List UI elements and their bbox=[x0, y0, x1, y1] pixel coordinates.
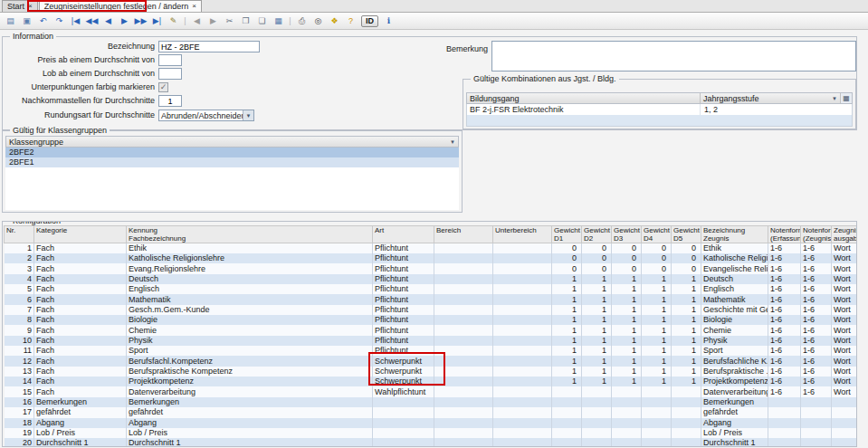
cell-nr[interactable]: 12 bbox=[5, 356, 34, 366]
bildungsgang-column-header[interactable]: Bildungsgang bbox=[467, 93, 701, 103]
cell-gewicht-d4[interactable]: 0 bbox=[642, 263, 672, 273]
table-row[interactable]: 7 Fach Gesch.m.Gem.-Kunde Pflichtunt 1 1… bbox=[5, 305, 857, 315]
forward-icon[interactable]: ▶ bbox=[205, 14, 221, 28]
table-row[interactable]: 20 Durchschnitt 1 Durchschnitt 1 Durchsc… bbox=[5, 438, 857, 446]
column-header[interactable]: Art bbox=[373, 226, 434, 243]
cell-art[interactable]: Pflichtunt bbox=[373, 325, 434, 335]
column-header[interactable]: Gewicht D5 bbox=[672, 226, 701, 243]
cell-nf-erfassung[interactable]: 1-6 bbox=[768, 346, 801, 356]
cell-gewicht-d4[interactable] bbox=[642, 428, 672, 438]
new-form-icon[interactable]: ▤ bbox=[3, 14, 18, 28]
cell-nf-erfassung[interactable]: 1-6 bbox=[768, 377, 801, 386]
cell-bezeichnung[interactable]: Biologie bbox=[701, 315, 768, 325]
cell-gewicht-d5[interactable]: 1 bbox=[672, 315, 701, 325]
cell-ausgabe[interactable] bbox=[832, 407, 857, 417]
cell-gewicht-d2[interactable]: 1 bbox=[582, 315, 612, 325]
next-record-icon[interactable]: ▶ bbox=[117, 14, 132, 28]
cell-gewicht-d4[interactable]: 1 bbox=[642, 346, 672, 356]
cell-gewicht-d2[interactable] bbox=[582, 428, 612, 438]
cell-kategorie[interactable]: Fach bbox=[34, 336, 127, 346]
cell-gewicht-d2[interactable]: 0 bbox=[582, 263, 612, 273]
cell-kategorie[interactable]: Fach bbox=[34, 386, 127, 396]
help-icon[interactable]: ? bbox=[343, 14, 358, 28]
cell-kennung[interactable]: Berufspraktische Kompetenz bbox=[127, 367, 373, 377]
cell-gewicht-d5[interactable]: 1 bbox=[672, 377, 701, 386]
cell-art[interactable]: Pflichtunt bbox=[373, 284, 434, 294]
cell-ausgabe[interactable]: Wort bbox=[832, 274, 857, 284]
cell-ausgabe[interactable]: Wort bbox=[832, 336, 857, 346]
cell-ausgabe[interactable] bbox=[832, 418, 857, 428]
tab-zeugniseinstellungen[interactable]: Zeugniseinstellungen festlegen / ändern … bbox=[39, 0, 202, 12]
table-row[interactable]: 18 Abgang Abgang Abgang bbox=[5, 418, 857, 428]
cell-gewicht-d5[interactable] bbox=[672, 428, 701, 438]
cell-unterbereich[interactable] bbox=[493, 294, 552, 304]
cell-unterbereich[interactable] bbox=[493, 243, 552, 254]
cell-unterbereich[interactable] bbox=[493, 418, 552, 428]
cell-nr[interactable]: 6 bbox=[5, 294, 34, 304]
copy-icon[interactable]: ❐ bbox=[238, 14, 253, 28]
table-row[interactable]: 19 Lob / Preis Lob / Preis Lob / Preis bbox=[5, 428, 857, 438]
cell-gewicht-d5[interactable] bbox=[672, 418, 701, 428]
cell-gewicht-d1[interactable] bbox=[552, 407, 582, 417]
cell-gewicht-d1[interactable]: 0 bbox=[552, 253, 582, 263]
cell-art[interactable] bbox=[373, 418, 434, 428]
cell-gewicht-d4[interactable]: 1 bbox=[642, 336, 672, 346]
cell-nf-druck[interactable]: 1-6 bbox=[801, 294, 832, 304]
cell-nr[interactable]: 7 bbox=[5, 305, 34, 315]
cell-art[interactable]: Schwerpunkt bbox=[373, 356, 434, 366]
cell-nf-druck[interactable]: 1-6 bbox=[801, 253, 832, 263]
cell-gewicht-d3[interactable]: 1 bbox=[612, 294, 642, 304]
cell-unterbereich[interactable] bbox=[493, 407, 552, 417]
cell-bezeichnung[interactable]: Katholische Religi... bbox=[701, 253, 768, 263]
table-row[interactable]: 5 Fach Englisch Pflichtunt 1 1 1 1 1 Eng… bbox=[5, 284, 857, 294]
cell-art[interactable]: Pflichtunt bbox=[373, 263, 434, 273]
cell-ausgabe[interactable]: Wort bbox=[832, 325, 857, 335]
cell-bereich[interactable] bbox=[434, 274, 493, 284]
table-row[interactable]: 16 Bemerkungen Bemerkungen Bemerkungen bbox=[5, 397, 857, 407]
cell-art[interactable]: Pflichtunt bbox=[373, 336, 434, 346]
chevron-down-icon[interactable]: ▼ bbox=[832, 96, 837, 101]
cell-nf-druck[interactable] bbox=[801, 407, 832, 417]
cell-bezeichnung[interactable]: Chemie bbox=[701, 325, 768, 335]
cell-bereich[interactable] bbox=[434, 336, 493, 346]
cell-ausgabe[interactable]: Wort bbox=[832, 367, 857, 377]
cell-art[interactable]: Pflichtunt bbox=[373, 274, 434, 284]
cell-gewicht-d3[interactable] bbox=[612, 397, 642, 407]
print-preview-icon[interactable]: ◎ bbox=[310, 14, 326, 28]
cell-kategorie[interactable]: Durchschnitt 1 bbox=[34, 438, 127, 446]
cell-kategorie[interactable]: Fach bbox=[34, 243, 127, 254]
cell-gewicht-d3[interactable] bbox=[612, 386, 642, 396]
cell-gewicht-d3[interactable] bbox=[612, 418, 642, 428]
lob-ab-durchschnitt-input[interactable] bbox=[158, 68, 182, 80]
cell-nf-druck[interactable]: 1-6 bbox=[801, 386, 832, 396]
cell-gewicht-d2[interactable] bbox=[582, 397, 612, 407]
cell-gewicht-d4[interactable]: 1 bbox=[642, 377, 672, 386]
cell-kennung[interactable]: Englisch bbox=[127, 284, 373, 294]
cell-gewicht-d5[interactable]: 1 bbox=[672, 305, 701, 315]
cell-unterbereich[interactable] bbox=[493, 253, 552, 263]
cell-gewicht-d4[interactable]: 1 bbox=[642, 284, 672, 294]
cell-gewicht-d2[interactable]: 1 bbox=[582, 274, 612, 284]
cell-kennung[interactable]: Bemerkungen bbox=[127, 397, 373, 407]
cell-kategorie[interactable]: Fach bbox=[34, 294, 127, 304]
cell-bezeichnung[interactable]: Evangelische Reli... bbox=[701, 263, 768, 273]
cell-nf-erfassung[interactable] bbox=[768, 407, 801, 417]
cell-kennung[interactable]: Chemie bbox=[127, 325, 373, 335]
column-header[interactable]: Gewicht D2 bbox=[582, 226, 612, 243]
cell-ausgabe[interactable] bbox=[832, 397, 857, 407]
cell-bereich[interactable] bbox=[434, 428, 493, 438]
cell-kategorie[interactable]: Fach bbox=[34, 377, 127, 386]
cell-bezeichnung[interactable]: Berufsfachliche K... bbox=[701, 356, 768, 366]
cell-kategorie[interactable]: Fach bbox=[34, 305, 127, 315]
cell-nf-erfassung[interactable]: 1-6 bbox=[768, 305, 801, 315]
cell-gewicht-d4[interactable] bbox=[642, 397, 672, 407]
cell-nr[interactable]: 13 bbox=[5, 367, 34, 377]
cell-unterbereich[interactable] bbox=[493, 315, 552, 325]
cell-unterbereich[interactable] bbox=[493, 274, 552, 284]
cell-gewicht-d3[interactable]: 1 bbox=[612, 325, 642, 335]
table-row[interactable]: 11 Fach Sport Pflichtunt 1 1 1 1 1 Sport… bbox=[5, 346, 857, 356]
cell-gewicht-d1[interactable]: 0 bbox=[552, 243, 582, 254]
cell-bereich[interactable] bbox=[434, 243, 493, 254]
cell-gewicht-d3[interactable]: 1 bbox=[612, 336, 642, 346]
undo-icon[interactable]: ↶ bbox=[35, 14, 51, 28]
